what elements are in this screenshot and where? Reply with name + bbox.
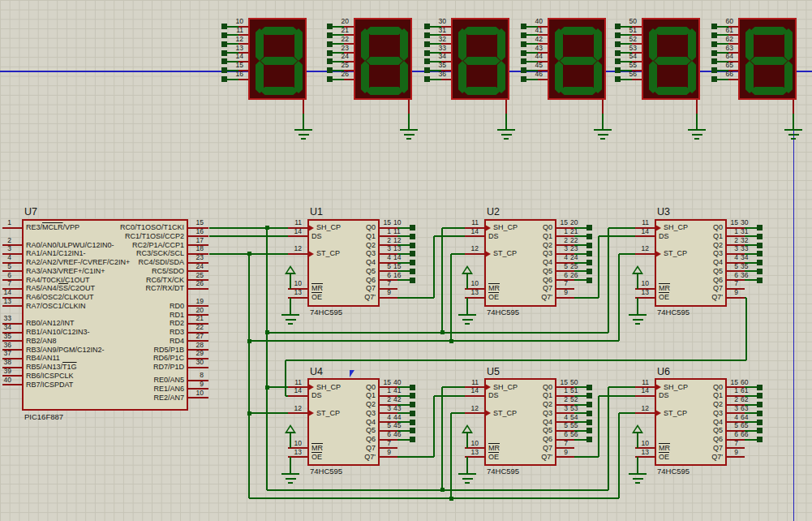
net-terminal[interactable] — [424, 41, 430, 47]
net-terminal[interactable] — [410, 428, 415, 433]
ground-symbol[interactable] — [635, 482, 640, 484]
ground-symbol[interactable] — [286, 478, 296, 480]
wire[interactable] — [745, 298, 747, 360]
seven-segment-display-3[interactable] — [451, 18, 509, 100]
ground-symbol[interactable] — [497, 129, 515, 131]
wire[interactable] — [574, 456, 599, 458]
net-terminal[interactable] — [757, 278, 763, 283]
net-terminal[interactable] — [757, 269, 763, 274]
net-terminal[interactable] — [757, 402, 763, 407]
net-terminal[interactable] — [615, 58, 621, 64]
net-terminal[interactable] — [711, 50, 717, 56]
wire[interactable] — [619, 412, 635, 414]
ground-symbol[interactable] — [465, 323, 470, 325]
wire[interactable] — [450, 413, 452, 498]
wire[interactable] — [397, 297, 434, 299]
net-terminal[interactable] — [586, 251, 592, 256]
ground-symbol[interactable] — [600, 138, 605, 140]
net-terminal[interactable] — [521, 76, 526, 82]
ground-symbol[interactable] — [404, 134, 415, 136]
seven-segment-display-4[interactable] — [548, 18, 606, 100]
ground-symbol[interactable] — [400, 129, 418, 131]
net-terminal[interactable] — [586, 243, 592, 248]
net-terminal[interactable] — [410, 420, 415, 425]
net-terminal[interactable] — [327, 32, 333, 38]
wire[interactable] — [433, 236, 435, 297]
seven-segment-display-1[interactable] — [248, 18, 307, 100]
net-terminal[interactable] — [586, 411, 592, 416]
net-terminal[interactable] — [757, 243, 763, 248]
net-terminal[interactable] — [424, 76, 430, 82]
net-terminal[interactable] — [410, 251, 415, 256]
ground-symbol[interactable] — [791, 138, 796, 140]
wire[interactable] — [434, 235, 465, 237]
net-terminal[interactable] — [586, 402, 592, 407]
net-terminal[interactable] — [521, 58, 526, 64]
net-terminal[interactable] — [424, 67, 430, 73]
wire[interactable] — [450, 254, 452, 342]
ground-symbol[interactable] — [629, 473, 647, 475]
wire[interactable] — [434, 395, 465, 397]
ground-symbol[interactable] — [788, 134, 799, 136]
net-terminal[interactable] — [615, 67, 621, 73]
net-terminal[interactable] — [757, 225, 763, 230]
net-terminal[interactable] — [410, 243, 415, 248]
net-terminal[interactable] — [221, 67, 227, 73]
wire[interactable] — [442, 386, 465, 388]
wire[interactable] — [598, 236, 599, 297]
ground-symbol[interactable] — [301, 138, 306, 140]
wire[interactable] — [441, 228, 443, 333]
net-terminal[interactable] — [327, 76, 333, 82]
ground-symbol[interactable] — [458, 473, 476, 475]
wire[interactable] — [451, 412, 465, 414]
ground-symbol[interactable] — [637, 298, 638, 314]
net-terminal[interactable] — [586, 420, 592, 425]
wire[interactable] — [505, 114, 507, 129]
ground-symbol[interactable] — [504, 138, 509, 140]
ground-symbol[interactable] — [694, 138, 699, 140]
net-terminal[interactable] — [711, 32, 717, 38]
ground-symbol[interactable] — [281, 314, 299, 316]
net-terminal[interactable] — [327, 24, 333, 29]
ground-symbol[interactable] — [299, 134, 309, 136]
ground-symbol[interactable] — [635, 323, 640, 325]
net-terminal[interactable] — [586, 234, 592, 239]
net-terminal[interactable] — [615, 41, 621, 47]
ground-symbol[interactable] — [462, 478, 473, 480]
net-terminal[interactable] — [221, 50, 227, 56]
net-terminal[interactable] — [327, 50, 333, 56]
net-terminal[interactable] — [327, 41, 333, 47]
ground-symbol[interactable] — [633, 478, 643, 480]
ground-symbol[interactable] — [294, 129, 312, 131]
net-terminal[interactable] — [410, 385, 415, 390]
net-terminal[interactable] — [521, 67, 526, 73]
net-terminal[interactable] — [757, 437, 763, 442]
ground-symbol[interactable] — [281, 473, 299, 475]
pin[interactable] — [793, 100, 794, 114]
wire[interactable] — [397, 456, 434, 458]
wire[interactable] — [608, 228, 609, 333]
wire[interactable] — [267, 332, 608, 334]
wire[interactable] — [618, 254, 620, 342]
wire[interactable] — [442, 227, 465, 229]
ground-symbol[interactable] — [466, 457, 468, 473]
net-terminal[interactable] — [327, 67, 333, 73]
net-terminal[interactable] — [586, 269, 592, 274]
wire[interactable] — [433, 396, 435, 457]
net-terminal[interactable] — [410, 269, 415, 274]
ground-symbol[interactable] — [629, 314, 647, 316]
net-terminal[interactable] — [586, 428, 592, 433]
wire[interactable] — [209, 235, 288, 237]
wire[interactable] — [267, 489, 608, 491]
wire[interactable] — [248, 254, 250, 499]
wire[interactable] — [451, 253, 465, 255]
wire[interactable] — [608, 387, 609, 490]
pin[interactable] — [303, 100, 304, 114]
ground-symbol[interactable] — [784, 129, 802, 131]
ground-symbol[interactable] — [598, 134, 608, 136]
ground-symbol[interactable] — [692, 134, 702, 136]
ground-symbol[interactable] — [290, 457, 291, 473]
net-terminal[interactable] — [521, 50, 526, 56]
net-terminal[interactable] — [615, 32, 621, 38]
wire[interactable] — [602, 114, 604, 129]
